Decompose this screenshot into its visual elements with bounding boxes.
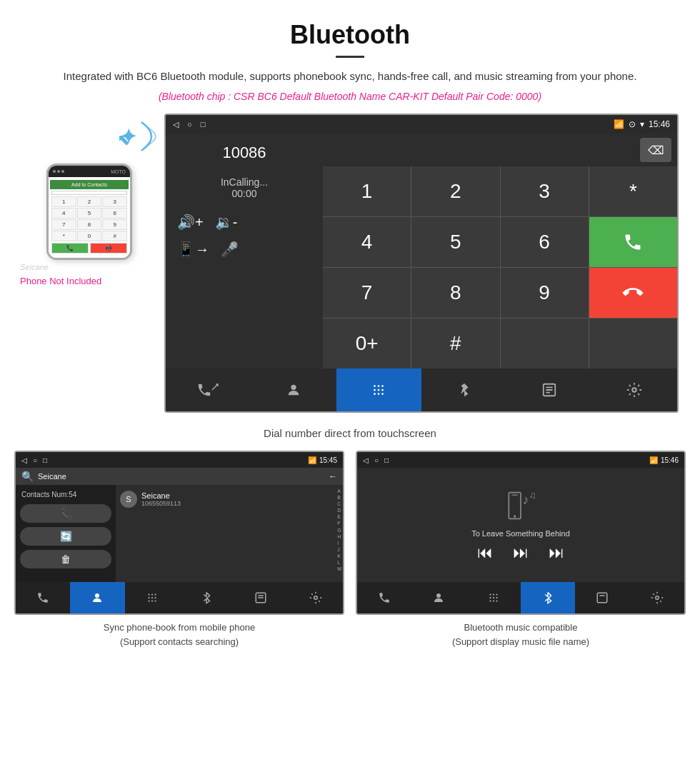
phone-statusbar: MOTO — [49, 166, 130, 177]
music-recent-icon: □ — [384, 456, 389, 464]
svg-point-19 — [151, 593, 153, 595]
contact-phone: 10655059113 — [141, 500, 181, 507]
contacts-caption: Sync phone-book from mobile phone (Suppo… — [101, 615, 258, 648]
call-button-keypad[interactable] — [589, 217, 677, 267]
sync-contact-btn[interactable]: 🔄 — [20, 527, 111, 546]
phone-keypad-grid: 1 2 3 4 5 6 7 8 9 * 0 # — [51, 196, 127, 241]
keypad-8[interactable]: 8 — [411, 268, 499, 318]
svg-text:⬉: ⬉ — [117, 131, 130, 149]
speaker-icon[interactable]: 📱→ — [177, 241, 209, 258]
svg-point-17 — [95, 593, 99, 598]
key-3[interactable]: 3 — [102, 196, 127, 207]
music-nav-dialpad[interactable] — [466, 582, 521, 613]
volume-down-icon[interactable]: 🔉- — [215, 214, 238, 231]
nav-history[interactable] — [506, 369, 591, 411]
nav-phone[interactable] — [166, 369, 251, 411]
keypad-7[interactable]: 7 — [323, 268, 411, 318]
svg-point-41 — [496, 597, 497, 598]
contacts-nav-phone[interactable] — [16, 582, 70, 613]
keypad-6[interactable]: 6 — [501, 217, 589, 267]
music-nav-bluetooth[interactable] — [521, 582, 575, 613]
svg-point-2 — [291, 385, 296, 390]
contacts-nav-contacts[interactable] — [70, 582, 124, 613]
header-section: Bluetooth Integrated with BC6 Bluetooth … — [0, 0, 700, 114]
contacts-nav-bluetooth[interactable] — [179, 582, 234, 613]
key-hash[interactable]: # — [102, 231, 127, 241]
android-navbar — [166, 369, 677, 411]
contacts-nav-settings[interactable] — [289, 582, 343, 613]
key-1[interactable]: 1 — [51, 196, 76, 207]
mute-icon[interactable]: 🎤 — [221, 241, 239, 258]
contacts-nav-dialpad[interactable] — [125, 582, 179, 613]
phone-screen: Add to Contacts 1 2 3 4 5 6 7 8 9 * — [49, 177, 130, 258]
keypad-1[interactable]: 1 — [323, 166, 411, 216]
alpha-index: ABCDE FGHIJ KLM — [337, 488, 341, 572]
dialer-area: 10086 InCalling... 00:00 🔊+ 🔉- 📱→ 🎤 — [166, 134, 677, 369]
key-4[interactable]: 4 — [51, 208, 76, 219]
nav-contacts[interactable] — [251, 369, 336, 411]
contacts-time: 15:45 — [319, 456, 337, 464]
page-title: Bluetooth — [43, 20, 657, 50]
backspace-button[interactable]: ⌫ — [640, 138, 671, 162]
next-section-icon[interactable]: ⏭ — [513, 543, 529, 562]
search-back-icon[interactable]: ← — [329, 471, 337, 481]
music-nav-phone[interactable] — [357, 582, 411, 613]
music-nav-history[interactable] — [575, 582, 629, 613]
dialer-controls: 🔊+ 🔉- 📱→ 🎤 — [177, 214, 311, 258]
music-back-icon: ◁ — [363, 456, 369, 464]
main-content-area: ✦ ⬉ MOTO Add to Contacts — [0, 114, 700, 420]
android-main-screen: ◁ ○ □ 📶 ⊙ ▾ 15:46 10086 InCalling... 00:… — [164, 114, 679, 413]
dialer-input-row: ⌫ — [323, 134, 677, 166]
phone-not-included-label: Phone Not Included — [14, 276, 101, 286]
music-nav-contacts[interactable] — [411, 582, 466, 613]
keypad-5[interactable]: 5 — [411, 217, 499, 267]
keypad-2[interactable]: 2 — [411, 166, 499, 216]
svg-point-44 — [496, 600, 497, 601]
contacts-nav-history[interactable] — [234, 582, 288, 613]
call-contact-btn[interactable]: 📞 — [20, 504, 111, 523]
svg-text:♫: ♫ — [529, 490, 536, 501]
volume-controls: 🔊+ 🔉- — [177, 214, 311, 231]
svg-point-24 — [148, 600, 149, 601]
keypad-4[interactable]: 4 — [323, 217, 411, 267]
contacts-signal-icon: 📶 — [308, 456, 316, 464]
svg-point-18 — [148, 593, 149, 595]
keypad-hash[interactable]: # — [411, 319, 499, 369]
end-call-button[interactable] — [589, 268, 677, 318]
delete-contact-btn[interactable]: 🗑 — [20, 550, 111, 568]
recent-nav-icon: □ — [201, 120, 206, 129]
key-9[interactable]: 9 — [102, 219, 127, 230]
nav-dialpad[interactable] — [336, 369, 421, 411]
keypad-star[interactable]: * — [589, 166, 677, 216]
key-0[interactable]: 0 — [77, 231, 102, 241]
call-button[interactable]: 📞 — [51, 243, 89, 254]
music-caption: Bluetooth music compatible (Support disp… — [449, 615, 592, 648]
volume-up-icon[interactable]: 🔊+ — [177, 214, 204, 231]
back-nav-icon: ◁ — [173, 120, 179, 129]
music-art-area: ♪ ♫ — [503, 488, 539, 523]
prev-track-icon[interactable]: ⏮ — [477, 543, 493, 562]
contact-item[interactable]: S Seicane 10655059113 — [120, 488, 339, 511]
svg-point-8 — [381, 389, 384, 391]
key-7[interactable]: 7 — [51, 219, 76, 230]
key-8[interactable]: 8 — [77, 219, 102, 230]
nav-bluetooth[interactable] — [421, 369, 506, 411]
contacts-home-icon: ○ — [33, 456, 37, 464]
key-2[interactable]: 2 — [77, 196, 102, 207]
key-star[interactable]: * — [51, 231, 76, 241]
dialer-timer: 00:00 — [177, 188, 311, 199]
phone-mockup-area: ✦ ⬉ MOTO Add to Contacts — [14, 114, 164, 413]
dialer-left-panel: 10086 InCalling... 00:00 🔊+ 🔉- 📱→ 🎤 — [166, 134, 323, 369]
key-6[interactable]: 6 — [102, 208, 127, 219]
music-nav-settings[interactable] — [630, 582, 684, 613]
end-button[interactable]: 📵 — [90, 243, 127, 254]
keypad-0plus[interactable]: 0+ — [323, 319, 411, 369]
svg-point-4 — [378, 385, 380, 387]
next-track-icon[interactable]: ⏭ — [549, 543, 564, 562]
contacts-caption-line1: Sync phone-book from mobile phone — [104, 621, 255, 635]
main-caption: Dial number direct from touchscreen — [0, 420, 700, 451]
nav-settings[interactable] — [592, 369, 677, 411]
keypad-9[interactable]: 9 — [501, 268, 589, 318]
key-5[interactable]: 5 — [77, 208, 102, 219]
keypad-3[interactable]: 3 — [501, 166, 589, 216]
